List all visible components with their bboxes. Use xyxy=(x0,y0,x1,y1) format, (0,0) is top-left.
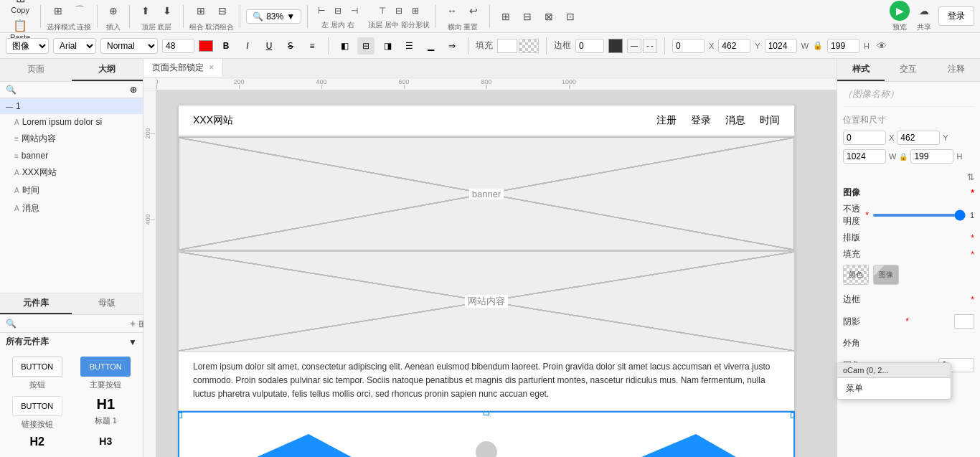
insert-icon[interactable]: ⊕ xyxy=(103,1,123,21)
align-center-btn[interactable]: ⊟ xyxy=(330,3,346,19)
pos-x-input[interactable] xyxy=(843,131,886,145)
align-center-fmt[interactable]: ⊟ xyxy=(357,37,374,55)
login-button[interactable]: 登录 xyxy=(938,6,974,26)
align-left-fmt[interactable]: ◧ xyxy=(336,37,353,55)
comp-h2[interactable]: H2 xyxy=(6,435,69,451)
copy-button[interactable]: ⊞ Copy xyxy=(6,0,34,16)
expand-icon[interactable]: ▼ xyxy=(128,337,137,347)
partial-shape-btn[interactable]: ⊞ xyxy=(407,3,423,19)
pos-w-input[interactable] xyxy=(843,149,886,164)
align-justify-fmt[interactable]: ☰ xyxy=(400,37,418,55)
tab-page[interactable]: 页面 xyxy=(0,59,72,81)
outline-item-xxxsite[interactable]: A XXX网站 xyxy=(0,164,143,182)
text-color-btn[interactable] xyxy=(199,40,213,52)
outline-search-input[interactable] xyxy=(19,85,127,95)
right-tab-interact[interactable]: 交互 xyxy=(885,59,932,81)
comp-primary-button[interactable]: BUTTON 主要按钮 xyxy=(75,357,138,390)
outline-time-label: 时间 xyxy=(22,184,39,197)
align-right-btn[interactable]: ⊣ xyxy=(347,3,362,19)
right-tab-note[interactable]: 注释 xyxy=(933,59,980,81)
outline-item-1[interactable]: — 1 xyxy=(0,98,143,114)
canvas-tab-close[interactable]: × xyxy=(209,62,214,72)
outline-time-icon: A xyxy=(14,187,19,194)
repeat-btn[interactable]: ↩ xyxy=(463,1,484,21)
comp-h3[interactable]: H3 xyxy=(75,435,138,451)
outline-item-banner[interactable]: ≡ banner xyxy=(0,148,143,164)
align-left-btn[interactable]: ⊢ xyxy=(314,3,329,19)
outline-item-msg[interactable]: A 消息 xyxy=(0,199,143,217)
font-style-select[interactable]: Normal xyxy=(100,38,158,54)
fill-color-swatch[interactable]: 颜色 xyxy=(843,265,869,285)
border-style-solid[interactable]: — xyxy=(627,39,641,53)
canvas-tab-header[interactable]: 页面头部锁定 × xyxy=(143,59,223,77)
w-coord-input[interactable] xyxy=(765,39,797,53)
border-value-input[interactable] xyxy=(575,39,604,53)
opacity-slider[interactable] xyxy=(873,214,966,217)
shadow-controls xyxy=(954,314,974,329)
canvas-scroll[interactable]: XXX网站 注册 登录 消息 时间 banner xyxy=(156,90,837,457)
h-coord-input[interactable] xyxy=(827,39,859,53)
valign-mid-btn[interactable]: ⊟ xyxy=(391,3,407,19)
align-right-fmt[interactable]: ◨ xyxy=(379,37,396,55)
valign-top-btn[interactable]: ⊤ xyxy=(374,3,390,19)
connect-icon[interactable]: ⌒ xyxy=(70,1,90,21)
outline-item-time[interactable]: A 时间 xyxy=(0,182,143,199)
add-outline-icon[interactable]: ⊕ xyxy=(130,85,137,95)
extra-align-2[interactable]: ⊟ xyxy=(517,6,537,27)
comp-h1[interactable]: H1 标题 1 xyxy=(75,396,138,430)
extra-align-4[interactable]: ⊡ xyxy=(560,6,580,27)
y-coord-input[interactable] xyxy=(718,39,750,53)
horizontal-btn[interactable]: ↔ xyxy=(442,1,462,21)
zoom-control[interactable]: 🔍 83% ▼ xyxy=(246,9,301,24)
tab-master[interactable]: 母版 xyxy=(72,293,143,314)
align-bottom-fmt[interactable]: ▁ xyxy=(422,37,439,55)
strikethrough-btn[interactable]: S̶ xyxy=(282,37,299,55)
handle-ml[interactable] xyxy=(178,413,182,418)
share-icon[interactable]: ☁ xyxy=(914,1,934,21)
handle-mr[interactable] xyxy=(791,413,795,418)
separator-7 xyxy=(435,5,436,28)
text-direction-fmt[interactable]: ⇒ xyxy=(443,37,461,55)
add-comp-icon[interactable]: + xyxy=(130,318,136,329)
bullet-btn[interactable]: ≡ xyxy=(303,37,321,55)
fill-color-box[interactable] xyxy=(497,39,517,53)
handle-tc[interactable] xyxy=(484,411,489,415)
extra-align-1[interactable]: ⊞ xyxy=(496,6,516,27)
group-icon[interactable]: ⊞ xyxy=(191,1,211,21)
outline-item-webcontent[interactable]: ≡ 网站内容 xyxy=(0,130,143,148)
chart-section[interactable]: 1 xyxy=(178,411,795,457)
border-label: 边框 xyxy=(554,39,571,52)
italic-btn[interactable]: I xyxy=(239,37,256,55)
pos-y-input[interactable] xyxy=(897,131,940,145)
tab-component-lib[interactable]: 元件库 xyxy=(0,293,72,314)
bottom-layer-icon[interactable]: ⬇ xyxy=(157,1,177,21)
extra-align-3[interactable]: ⊠ xyxy=(539,6,559,27)
pos-h-input[interactable] xyxy=(910,149,953,164)
outline-item-lorem[interactable]: A Lorem ipsum dolor si xyxy=(0,114,143,130)
font-size-input[interactable] xyxy=(162,39,194,53)
fill-image-swatch[interactable]: 图像 xyxy=(873,265,899,285)
ocam-menu-item[interactable]: 菜单 xyxy=(837,378,951,399)
x-coord-input[interactable] xyxy=(672,39,705,53)
right-tab-style[interactable]: 样式 xyxy=(837,59,885,81)
font-family-select[interactable]: Arial xyxy=(53,38,96,54)
fill-pattern-box[interactable] xyxy=(519,39,539,53)
component-search-input[interactable] xyxy=(19,319,127,329)
element-type-select[interactable]: 图像 xyxy=(6,38,49,54)
underline-btn[interactable]: U xyxy=(260,37,278,55)
comp-button[interactable]: BUTTON 按钮 xyxy=(6,357,69,390)
ungroup-icon[interactable]: ⊟ xyxy=(212,1,232,21)
sort-icon[interactable]: ⇅ xyxy=(967,172,974,182)
border-style-dashed[interactable]: - - xyxy=(643,39,657,53)
preview-icon[interactable]: ▶ xyxy=(890,1,910,21)
select-mode-icon[interactable]: ⊞ xyxy=(48,1,68,21)
bold-btn[interactable]: B xyxy=(217,37,235,55)
insert-label: 插入 xyxy=(106,22,121,32)
lock-size-icon[interactable]: 🔒 xyxy=(899,153,908,161)
border-color-box[interactable] xyxy=(608,39,623,53)
tab-outline[interactable]: 大纲 xyxy=(72,59,143,81)
comp-link-button[interactable]: BUTTON 链接按钮 xyxy=(6,396,69,430)
visibility-toggle[interactable]: 👁 xyxy=(877,40,887,52)
shadow-color-box[interactable] xyxy=(954,314,974,329)
top-layer-icon[interactable]: ⬆ xyxy=(136,1,156,21)
